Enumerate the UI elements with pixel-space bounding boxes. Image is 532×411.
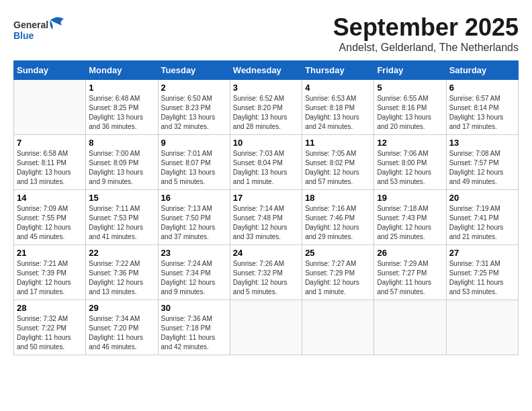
day-info: Sunrise: 7:05 AM Sunset: 8:02 PM Dayligh… [305, 149, 371, 187]
day-number: 1 [89, 83, 154, 93]
calendar-cell: 22Sunrise: 7:22 AM Sunset: 7:36 PM Dayli… [86, 245, 158, 300]
calendar-cell [14, 80, 86, 135]
day-info: Sunrise: 7:14 AM Sunset: 7:48 PM Dayligh… [233, 204, 299, 242]
calendar-cell: 18Sunrise: 7:16 AM Sunset: 7:46 PM Dayli… [302, 190, 374, 245]
day-info: Sunrise: 7:22 AM Sunset: 7:36 PM Dayligh… [89, 259, 154, 297]
day-number: 3 [233, 83, 299, 93]
day-number: 5 [377, 83, 443, 93]
day-info: Sunrise: 7:31 AM Sunset: 7:25 PM Dayligh… [449, 259, 515, 297]
day-number: 30 [161, 303, 227, 313]
day-info: Sunrise: 6:55 AM Sunset: 8:16 PM Dayligh… [377, 94, 443, 132]
day-info: Sunrise: 6:50 AM Sunset: 8:23 PM Dayligh… [161, 94, 227, 132]
calendar-cell: 9Sunrise: 7:01 AM Sunset: 8:07 PM Daylig… [158, 135, 230, 190]
calendar-cell [230, 300, 302, 355]
weekday-thursday: Thursday [302, 61, 374, 80]
weekday-friday: Friday [374, 61, 446, 80]
day-number: 24 [233, 248, 299, 258]
day-number: 27 [449, 248, 515, 258]
calendar-week-3: 21Sunrise: 7:21 AM Sunset: 7:39 PM Dayli… [14, 245, 519, 300]
calendar-cell: 20Sunrise: 7:19 AM Sunset: 7:41 PM Dayli… [446, 190, 518, 245]
day-info: Sunrise: 7:09 AM Sunset: 7:55 PM Dayligh… [17, 204, 83, 242]
day-info: Sunrise: 6:58 AM Sunset: 8:11 PM Dayligh… [17, 149, 83, 187]
calendar-cell: 13Sunrise: 7:08 AM Sunset: 7:57 PM Dayli… [446, 135, 518, 190]
svg-text:General: General [13, 19, 48, 30]
day-number: 2 [161, 83, 227, 93]
day-number: 23 [161, 248, 227, 258]
weekday-wednesday: Wednesday [230, 61, 302, 80]
day-info: Sunrise: 7:13 AM Sunset: 7:50 PM Dayligh… [161, 204, 227, 242]
day-number: 19 [377, 193, 443, 203]
day-info: Sunrise: 7:36 AM Sunset: 7:18 PM Dayligh… [161, 314, 227, 352]
day-info: Sunrise: 7:34 AM Sunset: 7:20 PM Dayligh… [89, 314, 154, 352]
day-info: Sunrise: 7:19 AM Sunset: 7:41 PM Dayligh… [449, 204, 515, 242]
day-info: Sunrise: 7:08 AM Sunset: 7:57 PM Dayligh… [449, 149, 515, 187]
day-info: Sunrise: 7:24 AM Sunset: 7:34 PM Dayligh… [161, 259, 227, 297]
calendar-cell: 2Sunrise: 6:50 AM Sunset: 8:23 PM Daylig… [158, 80, 230, 135]
day-number: 29 [89, 303, 154, 313]
calendar-cell [302, 300, 374, 355]
weekday-header-row: SundayMondayTuesdayWednesdayThursdayFrid… [14, 61, 519, 80]
day-number: 9 [161, 138, 227, 148]
calendar-cell: 8Sunrise: 7:00 AM Sunset: 8:09 PM Daylig… [86, 135, 158, 190]
day-number: 18 [305, 193, 371, 203]
calendar-cell: 3Sunrise: 6:52 AM Sunset: 8:20 PM Daylig… [230, 80, 302, 135]
calendar-cell: 12Sunrise: 7:06 AM Sunset: 8:00 PM Dayli… [374, 135, 446, 190]
calendar-week-2: 14Sunrise: 7:09 AM Sunset: 7:55 PM Dayli… [14, 190, 519, 245]
day-number: 6 [449, 83, 515, 93]
day-number: 17 [233, 193, 299, 203]
calendar-cell: 30Sunrise: 7:36 AM Sunset: 7:18 PM Dayli… [158, 300, 230, 355]
weekday-sunday: Sunday [14, 61, 86, 80]
day-info: Sunrise: 7:29 AM Sunset: 7:27 PM Dayligh… [377, 259, 443, 297]
day-number: 28 [17, 303, 83, 313]
day-number: 13 [449, 138, 515, 148]
day-number: 10 [233, 138, 299, 148]
calendar-cell: 7Sunrise: 6:58 AM Sunset: 8:11 PM Daylig… [14, 135, 86, 190]
day-info: Sunrise: 6:48 AM Sunset: 8:25 PM Dayligh… [89, 94, 154, 132]
logo: General Blue [13, 13, 67, 47]
day-number: 12 [377, 138, 443, 148]
day-number: 4 [305, 83, 371, 93]
day-number: 22 [89, 248, 154, 258]
day-info: Sunrise: 7:32 AM Sunset: 7:22 PM Dayligh… [17, 314, 83, 352]
calendar-cell: 17Sunrise: 7:14 AM Sunset: 7:48 PM Dayli… [230, 190, 302, 245]
day-number: 15 [89, 193, 154, 203]
day-number: 25 [305, 248, 371, 258]
day-info: Sunrise: 6:53 AM Sunset: 8:18 PM Dayligh… [305, 94, 371, 132]
day-info: Sunrise: 7:21 AM Sunset: 7:39 PM Dayligh… [17, 259, 83, 297]
calendar-cell: 6Sunrise: 6:57 AM Sunset: 8:14 PM Daylig… [446, 80, 518, 135]
day-info: Sunrise: 7:16 AM Sunset: 7:46 PM Dayligh… [305, 204, 371, 242]
title-block: September 2025 Andelst, Gelderland, The … [333, 13, 519, 54]
calendar-cell: 15Sunrise: 7:11 AM Sunset: 7:53 PM Dayli… [86, 190, 158, 245]
day-number: 21 [17, 248, 83, 258]
day-number: 26 [377, 248, 443, 258]
calendar-cell: 25Sunrise: 7:27 AM Sunset: 7:29 PM Dayli… [302, 245, 374, 300]
weekday-saturday: Saturday [446, 61, 518, 80]
calendar-cell: 16Sunrise: 7:13 AM Sunset: 7:50 PM Dayli… [158, 190, 230, 245]
calendar-cell: 26Sunrise: 7:29 AM Sunset: 7:27 PM Dayli… [374, 245, 446, 300]
calendar-cell [374, 300, 446, 355]
day-info: Sunrise: 6:57 AM Sunset: 8:14 PM Dayligh… [449, 94, 515, 132]
calendar: SundayMondayTuesdayWednesdayThursdayFrid… [13, 60, 519, 355]
calendar-week-4: 28Sunrise: 7:32 AM Sunset: 7:22 PM Dayli… [14, 300, 519, 355]
day-info: Sunrise: 7:03 AM Sunset: 8:04 PM Dayligh… [233, 149, 299, 187]
day-number: 7 [17, 138, 83, 148]
day-info: Sunrise: 6:52 AM Sunset: 8:20 PM Dayligh… [233, 94, 299, 132]
calendar-cell: 19Sunrise: 7:18 AM Sunset: 7:43 PM Dayli… [374, 190, 446, 245]
calendar-cell: 29Sunrise: 7:34 AM Sunset: 7:20 PM Dayli… [86, 300, 158, 355]
calendar-cell: 28Sunrise: 7:32 AM Sunset: 7:22 PM Dayli… [14, 300, 86, 355]
calendar-cell: 21Sunrise: 7:21 AM Sunset: 7:39 PM Dayli… [14, 245, 86, 300]
day-info: Sunrise: 7:06 AM Sunset: 8:00 PM Dayligh… [377, 149, 443, 187]
calendar-cell: 14Sunrise: 7:09 AM Sunset: 7:55 PM Dayli… [14, 190, 86, 245]
calendar-week-0: 1Sunrise: 6:48 AM Sunset: 8:25 PM Daylig… [14, 80, 519, 135]
calendar-cell: 10Sunrise: 7:03 AM Sunset: 8:04 PM Dayli… [230, 135, 302, 190]
calendar-cell [446, 300, 518, 355]
calendar-cell: 4Sunrise: 6:53 AM Sunset: 8:18 PM Daylig… [302, 80, 374, 135]
calendar-cell: 5Sunrise: 6:55 AM Sunset: 8:16 PM Daylig… [374, 80, 446, 135]
location: Andelst, Gelderland, The Netherlands [333, 42, 519, 54]
calendar-cell: 27Sunrise: 7:31 AM Sunset: 7:25 PM Dayli… [446, 245, 518, 300]
day-info: Sunrise: 7:11 AM Sunset: 7:53 PM Dayligh… [89, 204, 154, 242]
day-info: Sunrise: 7:26 AM Sunset: 7:32 PM Dayligh… [233, 259, 299, 297]
day-number: 20 [449, 193, 515, 203]
day-info: Sunrise: 7:27 AM Sunset: 7:29 PM Dayligh… [305, 259, 371, 297]
weekday-monday: Monday [86, 61, 158, 80]
